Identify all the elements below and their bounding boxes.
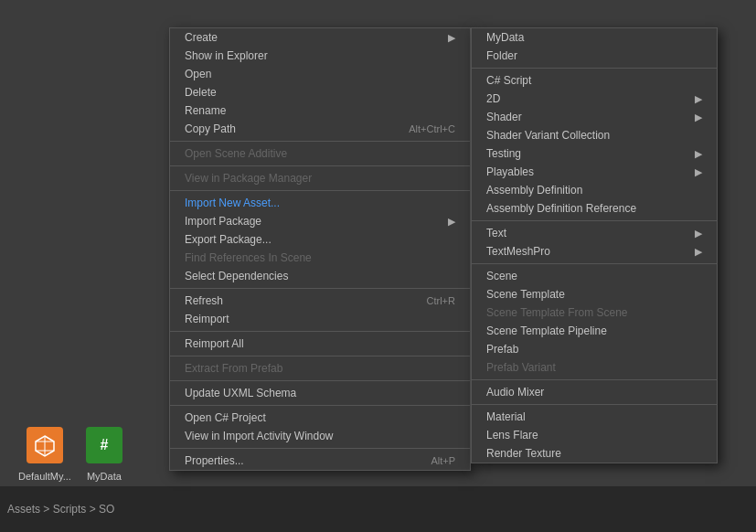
- menu-item-label: TextMeshPro: [486, 245, 695, 258]
- menu-item-open-scene-additive: Open Scene Additive: [170, 144, 470, 163]
- menu-item-label: Scene: [486, 270, 702, 282]
- menu-item-label: Open: [185, 68, 455, 80]
- menu-separator: [170, 448, 470, 449]
- menu-item-text[interactable]: Text▶: [472, 224, 717, 242]
- menu-item-create[interactable]: Create▶: [170, 28, 470, 47]
- menu-item-rename[interactable]: Rename: [170, 101, 470, 120]
- menu-item-label: View in Import Activity Window: [185, 430, 455, 442]
- context-menu-left: Create▶Show in ExplorerOpenDeleteRenameC…: [169, 27, 471, 471]
- menu-item-import-package[interactable]: Import Package▶: [170, 212, 470, 230]
- menu-item-label: Create: [185, 31, 448, 44]
- menu-item-label: Material: [486, 410, 702, 423]
- menu-separator: [170, 190, 470, 191]
- menu-separator: [170, 356, 470, 356]
- menu-item-csharp-script[interactable]: C# Script: [472, 71, 717, 90]
- menu-item-label: Show in Explorer: [185, 49, 455, 62]
- menu-item-view-import-activity[interactable]: View in Import Activity Window: [170, 427, 470, 445]
- menu-item-shader-variant-collection[interactable]: Shader Variant Collection: [472, 126, 717, 144]
- menu-item-label: Rename: [185, 104, 455, 117]
- menu-item-mydata[interactable]: MyData: [472, 28, 717, 47]
- menu-item-folder[interactable]: Folder: [472, 47, 717, 65]
- menu-item-label: Assembly Definition: [486, 184, 702, 197]
- menu-item-label: Prefab Variant: [486, 361, 702, 374]
- menu-item-assembly-definition-reference[interactable]: Assembly Definition Reference: [472, 199, 717, 218]
- menu-item-textmeshpro[interactable]: TextMeshPro▶: [472, 242, 717, 261]
- menu-item-label: Delete: [185, 86, 455, 99]
- menu-item-label: 2D: [486, 92, 695, 105]
- menu-item-properties[interactable]: Properties...Alt+P: [170, 452, 470, 470]
- submenu-arrow-icon: ▶: [448, 216, 455, 228]
- menu-item-label: Select Dependencies: [185, 270, 455, 282]
- submenu-arrow-icon: ▶: [695, 166, 702, 178]
- submenu-arrow-icon: ▶: [695, 246, 702, 258]
- menu-item-label: Scene Template: [486, 288, 702, 301]
- list-item[interactable]: # MyData: [82, 423, 126, 482]
- menu-item-2d[interactable]: 2D▶: [472, 90, 717, 108]
- menu-item-extract-from-prefab: Extract From Prefab: [170, 359, 470, 378]
- menu-item-lens-flare[interactable]: Lens Flare: [472, 426, 717, 444]
- menu-item-prefab-variant: Prefab Variant: [472, 358, 717, 377]
- menu-item-label: Scene Template Pipeline: [486, 325, 702, 337]
- menu-item-prefab[interactable]: Prefab: [472, 340, 717, 358]
- menu-item-label: Lens Flare: [486, 429, 702, 442]
- menu-item-open[interactable]: Open: [170, 65, 470, 83]
- menu-item-shader[interactable]: Shader▶: [472, 108, 717, 126]
- menu-item-find-references: Find References In Scene: [170, 249, 470, 267]
- menu-item-material[interactable]: Material: [472, 408, 717, 426]
- menu-item-label: Extract From Prefab: [185, 362, 455, 375]
- menu-separator: [472, 263, 717, 264]
- breadcrumb: Assets > Scripts > SO: [7, 503, 114, 516]
- menu-item-export-package[interactable]: Export Package...: [170, 230, 470, 249]
- submenu-arrow-icon: ▶: [695, 228, 702, 239]
- menu-item-playables[interactable]: Playables▶: [472, 163, 717, 181]
- menu-item-label: Open Scene Additive: [185, 147, 455, 160]
- submenu-arrow-icon: ▶: [448, 32, 455, 44]
- menu-separator: [472, 379, 717, 380]
- submenu-arrow-icon: ▶: [695, 112, 702, 123]
- menu-separator: [170, 380, 470, 381]
- list-item[interactable]: DefaultMy...: [18, 423, 71, 482]
- menu-item-label: Reimport All: [185, 337, 455, 350]
- menu-separator: [170, 331, 470, 332]
- menu-item-refresh[interactable]: RefreshCtrl+R: [170, 292, 470, 310]
- menu-separator: [472, 68, 717, 69]
- menu-item-label: Export Package...: [185, 233, 455, 246]
- menu-item-audio-mixer[interactable]: Audio Mixer: [472, 383, 717, 401]
- menu-item-shortcut: Alt+P: [431, 455, 455, 466]
- menu-item-show-in-explorer[interactable]: Show in Explorer: [170, 47, 470, 65]
- menu-item-label: Properties...: [185, 454, 412, 467]
- menu-item-import-new-asset[interactable]: Import New Asset...: [170, 194, 470, 212]
- menu-item-scene[interactable]: Scene: [472, 267, 717, 285]
- asset-icon-cube: [23, 423, 67, 467]
- menu-item-update-uxml-schema[interactable]: Update UXML Schema: [170, 384, 470, 402]
- menu-item-label: Playables: [486, 165, 695, 178]
- menu-item-label: Copy Path: [185, 122, 390, 135]
- menu-item-shortcut: Ctrl+R: [427, 295, 455, 306]
- asset-icons-area: DefaultMy... # MyData: [18, 423, 126, 482]
- menu-item-label: Refresh: [185, 294, 409, 307]
- menu-item-scene-template[interactable]: Scene Template: [472, 285, 717, 303]
- menu-item-label: Testing: [486, 147, 695, 160]
- menu-item-open-csharp-project[interactable]: Open C# Project: [170, 409, 470, 427]
- menu-item-testing[interactable]: Testing▶: [472, 144, 717, 163]
- bottom-bar: Assets > Scripts > SO: [0, 486, 756, 532]
- menu-item-assembly-definition[interactable]: Assembly Definition: [472, 181, 717, 199]
- menu-item-render-texture[interactable]: Render Texture: [472, 444, 717, 463]
- menu-separator: [472, 404, 717, 405]
- menu-item-reimport[interactable]: Reimport: [170, 310, 470, 328]
- menu-item-label: Prefab: [486, 343, 702, 356]
- menu-item-label: Scene Template From Scene: [486, 306, 702, 319]
- submenu-arrow-icon: ▶: [695, 148, 702, 160]
- menu-item-select-dependencies[interactable]: Select Dependencies: [170, 267, 470, 285]
- menu-item-copy-path[interactable]: Copy PathAlt+Ctrl+C: [170, 120, 470, 138]
- menu-item-label: Import New Asset...: [185, 197, 455, 209]
- menu-item-view-in-package-manager: View in Package Manager: [170, 169, 470, 187]
- menu-item-delete[interactable]: Delete: [170, 83, 470, 101]
- menu-separator: [170, 405, 470, 406]
- menu-item-reimport-all[interactable]: Reimport All: [170, 335, 470, 353]
- menu-item-scene-template-pipeline[interactable]: Scene Template Pipeline: [472, 322, 717, 340]
- menu-item-label: Render Texture: [486, 447, 702, 460]
- asset-label: MyData: [87, 471, 122, 482]
- menu-item-scene-template-from-scene: Scene Template From Scene: [472, 303, 717, 322]
- menu-item-label: Update UXML Schema: [185, 387, 455, 399]
